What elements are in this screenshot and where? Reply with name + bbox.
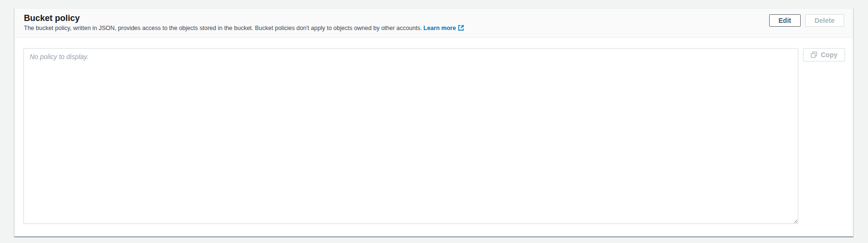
copy-icon <box>811 51 817 58</box>
panel-header-text: Bucket policy The bucket policy, written… <box>24 13 464 33</box>
delete-button[interactable]: Delete <box>805 14 844 27</box>
header-actions: Edit Delete <box>769 14 844 27</box>
panel-description-text: The bucket policy, written in JSON, prov… <box>24 25 422 31</box>
copy-button-label: Copy <box>821 51 837 58</box>
policy-text-area[interactable] <box>23 48 798 224</box>
bucket-policy-panel: Bucket policy The bucket policy, written… <box>14 8 853 237</box>
learn-more-link[interactable]: Learn more <box>423 25 456 31</box>
external-link-icon <box>458 26 464 32</box>
panel-body: Copy <box>15 38 853 237</box>
panel-description: The bucket policy, written in JSON, prov… <box>24 24 464 33</box>
page-title: Bucket policy <box>24 13 464 23</box>
panel-header: Bucket policy The bucket policy, written… <box>15 9 853 38</box>
copy-button[interactable]: Copy <box>803 48 845 61</box>
edit-button[interactable]: Edit <box>769 14 801 27</box>
